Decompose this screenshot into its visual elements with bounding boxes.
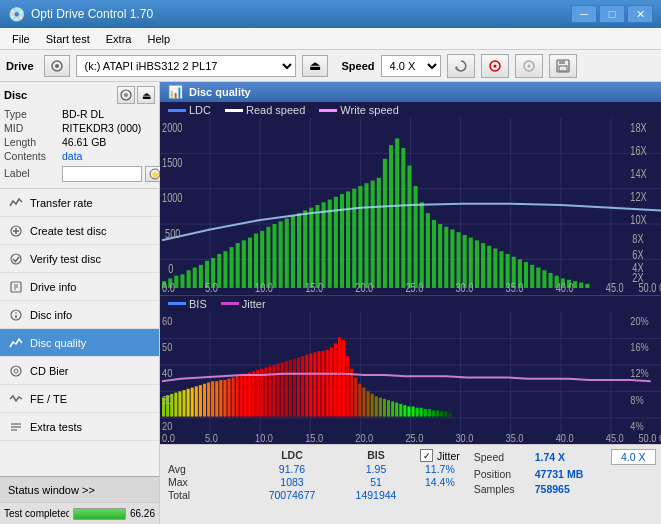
nav-extra-tests[interactable]: Extra tests <box>0 413 159 441</box>
save-button[interactable] <box>549 54 577 78</box>
samples-label: Samples <box>474 483 529 495</box>
svg-rect-64 <box>285 219 289 288</box>
svg-text:15.0: 15.0 <box>305 281 323 295</box>
svg-rect-196 <box>338 337 341 416</box>
label-input[interactable] <box>62 166 142 182</box>
nav-transfer-rate[interactable]: Transfer rate <box>0 189 159 217</box>
maximize-button[interactable]: □ <box>599 5 625 23</box>
svg-rect-53 <box>217 254 221 288</box>
svg-rect-209 <box>391 401 394 416</box>
svg-rect-50 <box>199 265 203 288</box>
svg-rect-74 <box>346 191 350 288</box>
nav-fe-te[interactable]: FE / TE <box>0 385 159 413</box>
nav-disc-info[interactable]: Disc info <box>0 301 159 329</box>
drive-select[interactable]: (k:) ATAPI iHBS312 2 PL17 <box>76 55 296 77</box>
svg-rect-197 <box>342 339 345 416</box>
svg-rect-95 <box>475 240 479 288</box>
nav-label-disc-info: Disc info <box>30 309 72 321</box>
status-window-button[interactable]: Status window >> <box>0 476 159 502</box>
speed-box[interactable]: 4.0 X <box>611 449 656 465</box>
svg-rect-175 <box>252 371 255 416</box>
max-bis: 51 <box>336 476 416 488</box>
svg-rect-81 <box>389 145 393 288</box>
svg-rect-65 <box>291 216 295 288</box>
disc-eject-btn[interactable]: ⏏ <box>137 86 155 104</box>
type-label: Type <box>4 108 62 120</box>
svg-rect-215 <box>416 407 419 416</box>
svg-rect-56 <box>236 243 240 288</box>
svg-rect-203 <box>367 391 370 416</box>
eject-button[interactable]: ⏏ <box>302 55 328 77</box>
svg-text:50: 50 <box>162 341 172 353</box>
menu-start-test[interactable]: Start test <box>38 31 98 47</box>
disc-button1[interactable] <box>481 54 509 78</box>
svg-rect-165 <box>211 381 214 416</box>
nav-verify-test-disc[interactable]: Verify test disc <box>0 245 159 273</box>
svg-rect-204 <box>371 394 374 417</box>
svg-rect-103 <box>524 262 528 288</box>
svg-text:45.0: 45.0 <box>606 432 624 444</box>
nav-drive-info[interactable]: Drive info <box>0 273 159 301</box>
stats-table: LDC BIS ✓ Jitter Avg 91.76 1.95 11.7% Ma… <box>160 445 468 524</box>
create-disc-icon <box>8 223 24 239</box>
svg-point-1 <box>55 64 59 68</box>
svg-rect-8 <box>559 60 565 64</box>
nav-cd-bier[interactable]: CD Bier <box>0 357 159 385</box>
svg-text:5.0: 5.0 <box>205 432 218 444</box>
svg-text:12X: 12X <box>630 190 646 204</box>
avg-jitter: 11.7% <box>420 463 460 475</box>
svg-rect-63 <box>279 221 283 288</box>
transfer-rate-icon <box>8 195 24 211</box>
close-button[interactable]: ✕ <box>627 5 653 23</box>
svg-text:15.0: 15.0 <box>305 432 323 444</box>
svg-rect-180 <box>272 365 275 417</box>
svg-rect-208 <box>387 400 390 416</box>
svg-rect-222 <box>444 411 447 416</box>
speed-select[interactable]: 4.0 X 1.0 X 2.0 X 8.0 X <box>381 55 441 77</box>
svg-rect-111 <box>573 281 577 288</box>
nav-label-verify-test-disc: Verify test disc <box>30 253 101 265</box>
svg-rect-182 <box>281 362 284 416</box>
svg-text:1500: 1500 <box>162 156 182 170</box>
svg-rect-78 <box>371 181 375 288</box>
svg-rect-73 <box>340 194 344 288</box>
nav-create-test-disc[interactable]: Create test disc <box>0 217 159 245</box>
drive-icon-btn[interactable] <box>44 55 70 77</box>
nav-disc-quality[interactable]: Disc quality <box>0 329 159 357</box>
svg-rect-202 <box>362 387 365 416</box>
svg-text:25.0: 25.0 <box>405 432 423 444</box>
svg-rect-89 <box>438 224 442 288</box>
svg-rect-167 <box>219 380 222 417</box>
minimize-button[interactable]: ─ <box>571 5 597 23</box>
avg-ldc: 91.76 <box>252 463 332 475</box>
svg-rect-77 <box>364 183 368 288</box>
svg-rect-186 <box>297 357 300 416</box>
type-value: BD-R DL <box>62 108 104 120</box>
menu-extra[interactable]: Extra <box>98 31 140 47</box>
svg-text:0: 0 <box>168 262 173 276</box>
nav-label-disc-quality: Disc quality <box>30 337 86 349</box>
svg-rect-198 <box>346 356 349 416</box>
svg-rect-184 <box>289 360 292 417</box>
avg-label: Avg <box>168 463 248 475</box>
svg-rect-49 <box>193 268 197 288</box>
svg-rect-112 <box>579 282 583 287</box>
svg-text:35.0: 35.0 <box>506 432 524 444</box>
refresh-button[interactable] <box>447 54 475 78</box>
label-label: Label <box>4 167 62 179</box>
svg-rect-88 <box>432 220 436 288</box>
svg-rect-113 <box>585 284 589 288</box>
svg-rect-213 <box>407 406 410 416</box>
svg-rect-97 <box>487 246 491 288</box>
svg-rect-188 <box>305 355 308 417</box>
svg-rect-189 <box>309 353 312 416</box>
svg-text:30.0: 30.0 <box>455 432 473 444</box>
svg-rect-161 <box>195 386 198 416</box>
disc-button2[interactable] <box>515 54 543 78</box>
jitter-checkbox[interactable]: ✓ <box>420 449 433 462</box>
upper-chart: 2000 1500 1000 500 0 0.0 5.0 10.0 15.0 2… <box>160 118 661 295</box>
svg-rect-176 <box>256 370 259 417</box>
titlebar-buttons: ─ □ ✕ <box>571 5 653 23</box>
menu-file[interactable]: File <box>4 31 38 47</box>
menu-help[interactable]: Help <box>139 31 178 47</box>
